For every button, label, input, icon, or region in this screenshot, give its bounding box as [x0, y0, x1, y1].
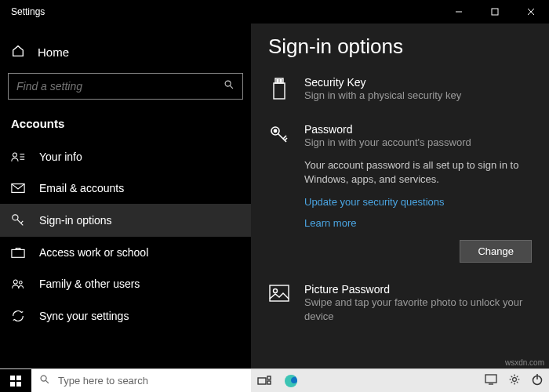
svg-point-40: [513, 377, 517, 381]
svg-point-11: [13, 215, 18, 220]
option-picture-password[interactable]: Picture Password Swipe and tap your favo…: [268, 275, 532, 336]
option-desc: Swipe and tap your favorite photo to unl…: [304, 296, 532, 323]
picture-icon: [268, 283, 290, 323]
svg-point-6: [13, 153, 16, 157]
search-icon: [224, 79, 235, 93]
person-icon: [11, 151, 25, 163]
sidebar-item-your-info[interactable]: Your info: [0, 141, 251, 172]
svg-rect-18: [274, 83, 285, 99]
svg-line-13: [21, 221, 24, 223]
svg-line-25: [285, 138, 287, 140]
tray-settings-icon[interactable]: [508, 373, 521, 389]
link-learn-more[interactable]: Learn more: [304, 217, 532, 229]
tray-taskview-icon[interactable]: [485, 374, 497, 388]
sidebar: Home Accounts Your info Email & accounts: [0, 24, 251, 368]
start-button[interactable]: [0, 369, 31, 392]
home-nav[interactable]: Home: [0, 38, 251, 73]
search-input[interactable]: [16, 80, 224, 93]
nav-label: Your info: [39, 151, 82, 163]
svg-rect-31: [16, 382, 21, 387]
sync-icon: [11, 309, 25, 323]
nav-label: Sync your settings: [39, 310, 129, 322]
watermark: wsxdn.com: [505, 358, 544, 367]
sidebar-item-email[interactable]: Email & accounts: [0, 172, 251, 204]
nav-label: Sign-in options: [39, 214, 112, 227]
svg-rect-36: [267, 381, 271, 384]
category-header: Accounts: [0, 114, 251, 141]
mail-icon: [11, 183, 25, 194]
people-icon: [11, 278, 25, 290]
sidebar-item-signin[interactable]: Sign-in options: [0, 204, 251, 237]
nav-list: Your info Email & accounts Sign-in optio…: [0, 141, 251, 332]
svg-point-27: [274, 289, 278, 293]
tray-power-icon[interactable]: [532, 373, 543, 389]
option-desc: Sign in with your account's password: [304, 136, 532, 150]
edge-icon[interactable]: [278, 374, 304, 388]
svg-line-33: [45, 380, 49, 383]
svg-rect-1: [492, 9, 498, 15]
page-title: Sign-in options: [268, 34, 532, 59]
option-title: Password: [304, 123, 532, 136]
svg-rect-28: [10, 376, 15, 380]
password-body: Your account password is all set up to s…: [304, 158, 532, 187]
content-pane: Sign-in options Security Key Sign in wit…: [251, 24, 549, 368]
key-icon: [11, 213, 25, 227]
svg-rect-34: [258, 378, 266, 384]
home-label: Home: [38, 45, 69, 59]
taskbar-search-placeholder: Type here to search: [58, 375, 148, 387]
svg-rect-30: [10, 382, 15, 387]
nav-label: Family & other users: [39, 278, 140, 290]
search-box[interactable]: [8, 73, 243, 100]
sidebar-item-sync[interactable]: Sync your settings: [0, 299, 251, 332]
svg-rect-35: [267, 376, 271, 379]
usb-key-icon: [268, 76, 290, 103]
nav-label: Access work or school: [39, 246, 148, 259]
window-title: Settings: [0, 6, 45, 17]
sidebar-item-family[interactable]: Family & other users: [0, 268, 251, 299]
svg-rect-38: [485, 375, 496, 383]
svg-point-22: [274, 129, 276, 132]
briefcase-icon: [11, 246, 25, 259]
key-icon: [268, 123, 290, 263]
svg-rect-19: [277, 80, 278, 82]
svg-line-23: [278, 133, 287, 142]
window-controls: [441, 0, 549, 24]
task-view-icon[interactable]: [251, 376, 278, 387]
titlebar: Settings: [0, 0, 549, 24]
svg-line-5: [230, 85, 233, 89]
svg-rect-29: [16, 376, 21, 380]
svg-point-32: [41, 376, 46, 381]
taskbar-search[interactable]: Type here to search: [31, 369, 251, 392]
svg-rect-26: [270, 285, 289, 301]
option-title: Security Key: [304, 76, 532, 89]
minimize-button[interactable]: [441, 0, 477, 24]
svg-point-16: [19, 281, 22, 284]
option-title: Picture Password: [304, 283, 532, 296]
svg-point-4: [225, 81, 231, 86]
svg-point-15: [13, 280, 17, 284]
close-button[interactable]: [513, 0, 549, 24]
nav-label: Email & accounts: [39, 182, 124, 194]
sidebar-item-work[interactable]: Access work or school: [0, 237, 251, 268]
link-security-questions[interactable]: Update your security questions: [304, 196, 532, 208]
change-button[interactable]: Change: [460, 240, 532, 263]
option-security-key[interactable]: Security Key Sign in with a physical sec…: [268, 68, 532, 115]
settings-window: Settings Home Accounts: [0, 0, 549, 368]
search-icon: [39, 374, 50, 387]
svg-rect-14: [12, 249, 24, 257]
maximize-button[interactable]: [477, 0, 513, 24]
option-desc: Sign in with a physical security key: [304, 89, 532, 103]
svg-line-24: [283, 136, 286, 139]
taskbar: Type here to search: [0, 368, 549, 392]
svg-rect-20: [280, 80, 282, 82]
option-password: Password Sign in with your account's pas…: [268, 115, 532, 276]
home-icon: [11, 44, 25, 60]
